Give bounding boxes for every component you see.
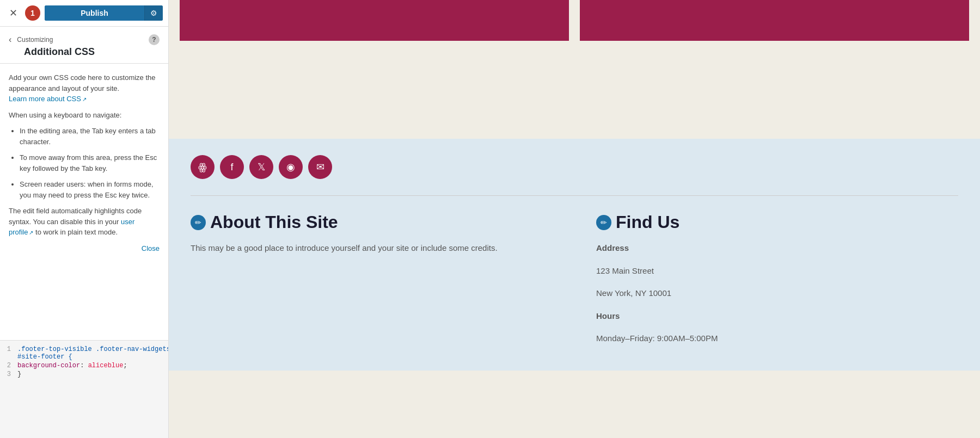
hours-line: Monday–Friday: 9:00AM–5:00PM [596,331,958,346]
findus-edit-icon[interactable]: ✏ [596,215,611,230]
findus-title: Find Us [616,212,679,232]
preview-area: ꙮ f 𝕏 ◉ ✉ ✏ About This Site This may be … [169,0,980,438]
about-title-group: ✏ About This Site [191,212,553,232]
syntax-info: The edit field automatically highlights … [9,206,160,238]
learn-more-link[interactable]: Learn more about CSS [9,95,87,103]
banner-block-right [580,0,969,41]
code-line-2: 2 background-color: aliceblue; [0,361,168,370]
help-button[interactable]: ? [149,34,160,45]
banner-block-left [180,0,569,41]
top-bar: ✕ 1 Publish ⚙ [0,0,168,27]
about-column: ✏ About This Site This may be a good pla… [191,212,553,354]
yelp-icon[interactable]: ꙮ [191,155,215,179]
description-text: Add your own CSS code here to customize … [9,72,160,104]
back-button[interactable]: ‹ [9,35,11,45]
about-edit-icon[interactable]: ✏ [191,215,206,230]
findus-column: ✏ Find Us Address 123 Main Street New Yo… [596,212,958,354]
publish-button-group: Publish ⚙ [45,5,163,21]
address-line2: New York, NY 10001 [596,286,958,300]
banner-section [169,0,980,41]
facebook-icon[interactable]: f [220,155,244,179]
code-line-1: 1 .footer-top-visible .footer-nav-widget… [0,345,168,361]
panel-content: Add your own CSS code here to customize … [0,64,168,340]
about-text: This may be a good place to introduce yo… [191,241,553,255]
list-item: To move away from this area, press the E… [20,152,160,174]
footer-columns: ✏ About This Site This may be a good pla… [191,212,958,354]
keyboard-info: When using a keyboard to navigate: In th… [9,110,160,201]
address-line1: 123 Main Street [596,264,958,278]
close-customizer-button[interactable]: ✕ [5,5,21,21]
close-link[interactable]: Close [142,243,160,254]
panel-header: ‹ Customizing ? Additional CSS [0,27,168,64]
panel-title: Additional CSS [9,46,160,58]
twitter-icon[interactable]: 𝕏 [249,155,273,179]
mail-icon[interactable]: ✉ [308,155,332,179]
notification-badge[interactable]: 1 [25,5,40,21]
address-label: Address [596,241,958,255]
customizing-label: Customizing [17,36,143,44]
beige-section [169,41,980,139]
hours-label: Hours [596,309,958,323]
list-item: In the editing area, the Tab key enters … [20,126,160,147]
list-item: Screen reader users: when in forms mode,… [20,179,160,200]
divider [191,195,958,196]
publish-button[interactable]: Publish [45,5,144,21]
keyboard-intro: When using a keyboard to navigate: [9,110,160,121]
code-line-3: 3 } [0,370,168,379]
findus-title-group: ✏ Find Us [596,212,958,232]
customizer-panel: ✕ 1 Publish ⚙ ‹ Customizing ? Additional… [0,0,169,438]
social-icons: ꙮ f 𝕏 ◉ ✉ [191,155,958,179]
css-code-editor[interactable]: 1 .footer-top-visible .footer-nav-widget… [0,340,168,438]
instagram-icon[interactable]: ◉ [279,155,303,179]
about-title: About This Site [210,212,338,232]
publish-settings-button[interactable]: ⚙ [144,5,163,21]
keyboard-list: In the editing area, the Tab key enters … [9,126,160,200]
footer-section: ꙮ f 𝕏 ◉ ✉ ✏ About This Site This may be … [169,139,980,371]
